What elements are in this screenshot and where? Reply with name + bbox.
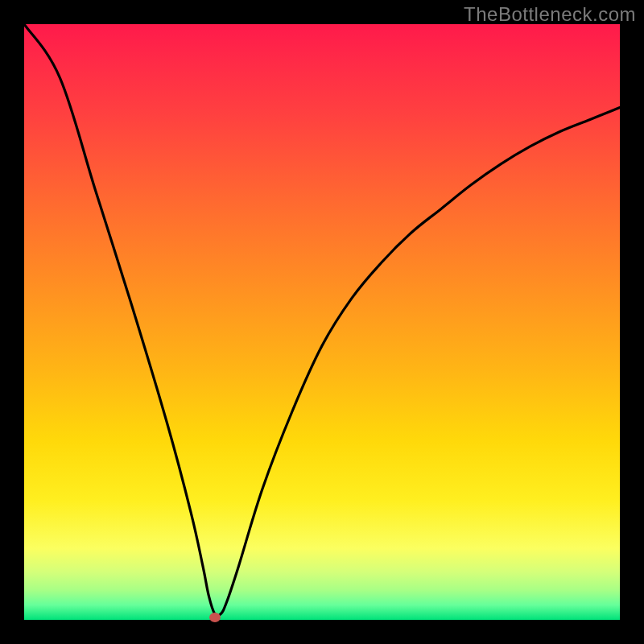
bottleneck-curve (24, 24, 620, 616)
watermark-text: TheBottleneck.com (464, 3, 636, 26)
curve-svg (24, 24, 620, 620)
optimal-point-dot (209, 613, 221, 622)
plot-area (24, 24, 620, 620)
chart-container: TheBottleneck.com (0, 0, 644, 644)
